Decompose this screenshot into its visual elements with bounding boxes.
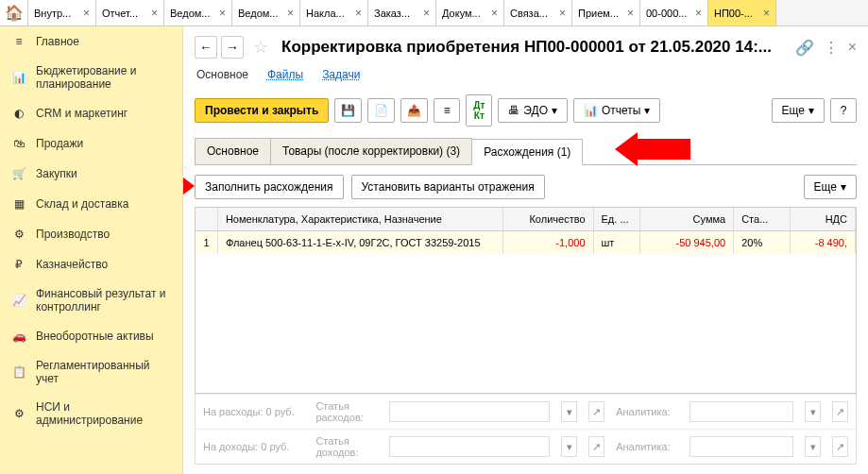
sidebar-item-crm[interactable]: ◐CRM и маркетинг <box>0 98 182 128</box>
close-icon[interactable]: × <box>219 7 226 20</box>
open-icon[interactable]: ↗ <box>588 401 604 422</box>
income-analytics-input[interactable] <box>689 436 793 457</box>
open-icon[interactable]: ↗ <box>832 401 848 422</box>
help-button[interactable]: ? <box>830 98 857 123</box>
tab-2[interactable]: Ведом...× <box>164 0 232 25</box>
back-button[interactable]: ← <box>195 36 217 59</box>
close-icon[interactable]: × <box>355 7 362 20</box>
open-icon[interactable]: ↗ <box>832 436 848 457</box>
close-icon[interactable]: × <box>287 7 294 20</box>
export-button[interactable]: 📤 <box>400 98 428 123</box>
col-quantity[interactable]: Количество <box>503 208 593 230</box>
sidebar-item-budget[interactable]: 📊Бюджетирование и планирование <box>0 57 182 98</box>
tab-6[interactable]: Докум...× <box>436 0 504 25</box>
sidebar-item-warehouse[interactable]: ▦Склад и доставка <box>0 189 182 219</box>
tab-0[interactable]: Внутр...× <box>28 0 96 25</box>
col-sum[interactable]: Сумма <box>640 208 734 230</box>
analytics-label: Аналитика: <box>616 406 678 417</box>
post-button[interactable]: 📄 <box>367 98 395 123</box>
sidebar-item-production[interactable]: ⚙Производство <box>0 219 182 249</box>
clipboard-icon: 📋 <box>9 364 28 380</box>
tab-diff[interactable]: Расхождения (1) <box>471 139 583 165</box>
tab-main[interactable]: Основное <box>195 138 271 164</box>
sidebar-item-purchases[interactable]: 🛒Закупки <box>0 159 182 189</box>
close-icon[interactable]: × <box>83 7 90 20</box>
favorite-icon[interactable]: ☆ <box>253 37 276 58</box>
cart-icon: 🛒 <box>9 166 28 181</box>
open-icon[interactable]: ↗ <box>588 436 604 457</box>
close-icon[interactable]: × <box>848 39 857 57</box>
ruble-icon: ₽ <box>9 257 28 272</box>
dtct-button[interactable]: ДтКт <box>466 94 492 127</box>
settings-icon: ⚙ <box>9 406 28 421</box>
list-button[interactable]: ≡ <box>434 98 460 123</box>
tab-7[interactable]: Связа...× <box>504 0 572 25</box>
col-rate[interactable]: Ста... <box>734 208 790 230</box>
dropdown-icon[interactable]: ▾ <box>561 401 577 422</box>
tab-goods[interactable]: Товары (после корректировки) (3) <box>270 138 472 164</box>
tab-9[interactable]: 00-000...× <box>640 0 708 25</box>
close-icon[interactable]: × <box>491 7 498 20</box>
pie-icon: ◐ <box>9 106 28 121</box>
sidebar-item-main[interactable]: ≡Главное <box>0 26 182 57</box>
edo-button[interactable]: 🖶 ЭДО ▾ <box>498 98 568 123</box>
col-nomenclature[interactable]: Номенклатура, Характеристика, Назначение <box>218 208 504 230</box>
sidebar-item-finresult[interactable]: 📈Финансовый результат и контроллинг <box>0 279 182 321</box>
fill-diff-button[interactable]: Заполнить расхождения <box>195 175 344 199</box>
tab-10[interactable]: НП00-...× <box>708 0 776 25</box>
run-close-button[interactable]: Провести и закрыть <box>195 98 329 123</box>
page-title: Корректировка приобретения НП00-000001 о… <box>281 38 795 57</box>
save-button[interactable]: 💾 <box>334 98 362 123</box>
sidebar-item-assets[interactable]: 🚗Внеоборотные активы <box>0 321 182 351</box>
dropdown-icon[interactable]: ▾ <box>805 436 821 457</box>
close-icon[interactable]: × <box>423 7 430 20</box>
income-article-input[interactable] <box>389 436 550 457</box>
sidebar-item-sales[interactable]: 🛍Продажи <box>0 128 182 159</box>
expense-label: На расходы: 0 руб. <box>203 406 304 417</box>
bars-icon: 📈 <box>9 293 28 308</box>
close-icon[interactable]: × <box>627 7 634 20</box>
tab-8[interactable]: Прием...× <box>572 0 640 25</box>
tab-1[interactable]: Отчет...× <box>96 0 164 25</box>
income-label: На доходы: 0 руб. <box>203 441 304 452</box>
home-tab[interactable]: 🏠 <box>0 0 28 25</box>
article2-label: Статья доходов: <box>315 435 378 458</box>
analytics-label: Аналитика: <box>616 441 678 452</box>
tab-3[interactable]: Ведом...× <box>232 0 300 25</box>
col-unit[interactable]: Ед. ... <box>594 208 641 230</box>
set-variants-button[interactable]: Установить варианты отражения <box>351 175 545 199</box>
expense-article-input[interactable] <box>389 401 550 422</box>
subnav-main[interactable]: Основное <box>196 68 248 81</box>
tab-4[interactable]: Накла...× <box>300 0 368 25</box>
expense-analytics-input[interactable] <box>689 401 793 422</box>
close-icon[interactable]: × <box>151 7 158 20</box>
subnav-files[interactable]: Файлы <box>267 68 303 81</box>
link-icon[interactable]: 🔗 <box>795 39 814 57</box>
tab-5[interactable]: Заказ...× <box>368 0 436 25</box>
sidebar: ≡Главное 📊Бюджетирование и планирование … <box>0 26 183 474</box>
bag-icon: 🛍 <box>9 136 28 151</box>
col-num[interactable] <box>196 208 218 230</box>
reports-button[interactable]: 📊 Отчеты ▾ <box>573 98 660 123</box>
dropdown-icon[interactable]: ▾ <box>805 401 821 422</box>
article-label: Статья расходов: <box>315 400 378 423</box>
grid-icon: ▦ <box>9 196 28 212</box>
close-icon[interactable]: × <box>763 7 770 20</box>
dropdown-icon[interactable]: ▾ <box>561 436 577 457</box>
subnav-tasks[interactable]: Задачи <box>322 68 360 81</box>
close-icon[interactable]: × <box>559 7 566 20</box>
more-icon[interactable]: ⋮ <box>824 39 839 57</box>
menu-icon: ≡ <box>9 34 28 49</box>
more-button[interactable]: Еще ▾ <box>772 98 825 123</box>
forward-button[interactable]: → <box>221 36 244 59</box>
sidebar-item-treasury[interactable]: ₽Казначейство <box>0 249 182 279</box>
sidebar-item-regulated[interactable]: 📋Регламентированный учет <box>0 351 182 393</box>
sidebar-item-nsi[interactable]: ⚙НСИ и администрирование <box>0 393 182 434</box>
car-icon: 🚗 <box>9 329 28 344</box>
col-vat[interactable]: НДС <box>791 208 856 230</box>
close-icon[interactable]: × <box>695 7 702 20</box>
more-button-2[interactable]: Еще ▾ <box>804 175 857 199</box>
chart-icon: 📊 <box>9 70 28 85</box>
diff-table: Номенклатура, Характеристика, Назначение… <box>195 207 857 394</box>
table-row[interactable]: 1 Фланец 500-63-11-1-Е-х-IV, 09Г2С, ГОСТ… <box>196 231 856 254</box>
